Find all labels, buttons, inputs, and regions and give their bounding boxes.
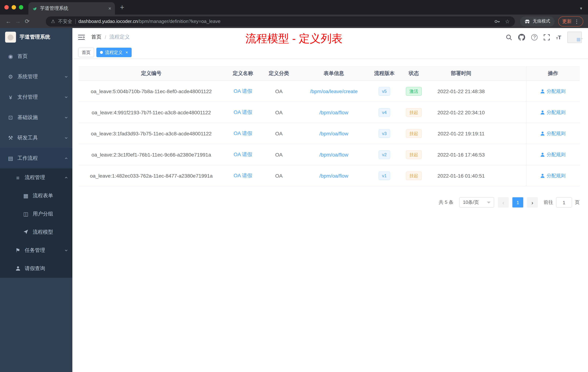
- tab-search-chevron-icon[interactable]: ▾: [580, 6, 582, 11]
- browser-toolbar: ← → ⟳ ⚠ 不安全 dashboard.yudao.iocoder.cn/b…: [0, 15, 588, 28]
- definition-name-link[interactable]: OA 请假: [234, 130, 252, 136]
- assign-rule-button[interactable]: 分配规则: [541, 88, 566, 94]
- forward-button[interactable]: →: [13, 18, 22, 25]
- breadcrumb-home[interactable]: 首页: [91, 34, 101, 40]
- browser-tab[interactable]: 芋道管理系统 ×: [28, 2, 115, 15]
- column-header-deploy-time: 部署时间: [430, 66, 492, 81]
- definition-name-link[interactable]: OA 请假: [234, 88, 252, 94]
- assign-rule-button[interactable]: 分配规则: [541, 172, 566, 179]
- chevron-down-icon: [64, 116, 68, 119]
- minimize-window-button[interactable]: [12, 5, 16, 10]
- goto-page-input[interactable]: [556, 197, 572, 208]
- sidebar-item-label: 流程模型: [33, 229, 53, 236]
- cell-category: OA: [262, 165, 296, 186]
- chevron-up-icon: [64, 176, 68, 179]
- definition-name-link[interactable]: OA 请假: [234, 109, 252, 115]
- person-icon: [15, 265, 21, 272]
- new-tab-button[interactable]: +: [120, 3, 124, 12]
- page-size-value: 10条/页: [463, 199, 479, 206]
- help-icon[interactable]: ?: [531, 34, 538, 40]
- breadcrumb-current: 流程定义: [109, 34, 130, 40]
- cell-filler: [492, 165, 526, 186]
- table-row: oa_leave:5:004b710b-7b8a-11ec-8ef0-acde4…: [79, 81, 580, 102]
- sidebar-item-process-management[interactable]: ≡ 流程管理: [0, 169, 72, 187]
- form-info-link[interactable]: /bpm/oa/flow: [319, 131, 348, 136]
- search-icon[interactable]: [506, 34, 512, 40]
- back-button[interactable]: ←: [4, 18, 13, 25]
- sidebar-item-devtools[interactable]: ⚒ 研发工具: [0, 128, 72, 148]
- chevron-up-icon: [64, 156, 68, 160]
- sidebar-item-label: 系统管理: [17, 74, 38, 80]
- reload-button[interactable]: ⟳: [22, 18, 32, 25]
- github-icon[interactable]: [518, 34, 525, 41]
- version-badge: v1: [378, 171, 390, 180]
- person-icon: [541, 110, 545, 114]
- cell-deploy-time: 2022-01-16 17:46:53: [430, 144, 492, 165]
- fullscreen-icon[interactable]: [544, 34, 550, 40]
- assign-rule-button[interactable]: 分配规则: [541, 130, 566, 137]
- person-icon: [541, 152, 545, 157]
- sidebar-item-label: 任务管理: [25, 247, 45, 254]
- tag-home[interactable]: 首页: [78, 48, 94, 57]
- browser-update-button[interactable]: 更新 ⋮: [558, 16, 583, 26]
- navbar-actions: ? тT ▾: [506, 32, 582, 43]
- action-label: 分配规则: [547, 88, 566, 94]
- sidebar-item-workflow[interactable]: ▤ 工作流程: [0, 148, 72, 169]
- next-page-button[interactable]: ›: [527, 197, 538, 208]
- close-window-button[interactable]: [4, 5, 9, 10]
- sidebar-item-leave-query[interactable]: 请假查询: [0, 260, 72, 278]
- definition-name-link[interactable]: OA 请假: [234, 151, 252, 157]
- cell-deploy-time: 2022-01-22 20:34:10: [430, 102, 492, 123]
- password-key-icon[interactable]: [494, 18, 500, 24]
- goto-label: 前往: [544, 199, 553, 206]
- column-header-id: 定义编号: [79, 66, 224, 81]
- sidebar-item-user-groups[interactable]: ◫ 用户分组: [0, 205, 72, 223]
- form-info-link[interactable]: /bpm/oa/flow: [319, 173, 348, 178]
- table-row: oa_leave:4:991f2193-7b7f-11ec-a3c8-acde4…: [79, 102, 580, 123]
- sidebar-item-process-model[interactable]: 流程模型: [0, 223, 72, 241]
- sidebar-item-infrastructure[interactable]: ⊡ 基础设施: [0, 107, 72, 128]
- status-badge: 激活: [406, 87, 422, 96]
- sidebar-item-home[interactable]: ◉ 首页: [0, 46, 72, 67]
- page-size-select[interactable]: 10条/页: [459, 197, 494, 208]
- url-host: dashboard.yudao.iocoder.cn: [78, 19, 138, 24]
- list-icon: ≡: [15, 175, 21, 181]
- sidebar-item-payment[interactable]: ¥ 支付管理: [0, 87, 72, 107]
- form-info-link[interactable]: /bpm/oa/flow: [319, 109, 348, 115]
- page-number-button[interactable]: 1: [512, 197, 523, 208]
- maximize-window-button[interactable]: [19, 5, 23, 10]
- sidebar-item-system[interactable]: ⚙ 系统管理: [0, 67, 72, 87]
- cell-filler: [492, 81, 526, 102]
- sidebar-item-task-management[interactable]: ⚑ 任务管理: [0, 241, 72, 260]
- breadcrumb-separator: /: [105, 34, 106, 40]
- sidebar-logo[interactable]: 芋道管理系统: [0, 28, 72, 46]
- font-size-icon[interactable]: тT: [556, 34, 561, 40]
- status-badge: 挂起: [406, 108, 422, 117]
- sidebar-item-process-form[interactable]: ▦ 流程表单: [0, 187, 72, 205]
- sidebar-item-label: 流程表单: [33, 193, 53, 199]
- form-info-link[interactable]: /bpm/oa/flow: [319, 152, 348, 157]
- pagination-total: 共 5 条: [439, 199, 453, 206]
- collapse-sidebar-button[interactable]: [78, 34, 85, 40]
- definition-name-link[interactable]: OA 请假: [234, 172, 252, 178]
- content-area: 定义编号 定义名称 定义分类 表单信息 流程版本 状态 部署时间 操作: [72, 59, 588, 372]
- bookmark-star-icon[interactable]: ☆: [505, 18, 510, 25]
- dashboard-icon: ◉: [7, 53, 14, 60]
- table-row: oa_leave:1:482ec033-762a-11ec-8477-a2380…: [79, 165, 580, 186]
- tab-close-icon[interactable]: ×: [108, 6, 111, 11]
- browser-menu-icon[interactable]: ⋮: [574, 18, 579, 24]
- address-bar[interactable]: ⚠ 不安全 dashboard.yudao.iocoder.cn/bpm/man…: [46, 16, 515, 26]
- form-info-link[interactable]: /bpm/oa/leave/create: [310, 88, 358, 94]
- assign-rule-button[interactable]: 分配规则: [541, 109, 566, 116]
- cell-definition-id: oa_leave:3:1fad3d93-7b75-11ec-a3c8-acde4…: [79, 123, 224, 144]
- tag-process-definition[interactable]: 流程定义 ×: [96, 48, 132, 57]
- version-badge: v4: [378, 108, 390, 117]
- assign-rule-button[interactable]: 分配规则: [541, 151, 566, 158]
- users-icon: ◫: [22, 211, 29, 217]
- action-label: 分配规则: [547, 151, 566, 158]
- user-menu[interactable]: ▾: [567, 32, 582, 43]
- tag-close-icon[interactable]: ×: [126, 50, 128, 55]
- prev-page-button[interactable]: ‹: [498, 197, 509, 208]
- chevron-down-icon: [64, 75, 68, 79]
- chevron-down-icon: [487, 201, 491, 203]
